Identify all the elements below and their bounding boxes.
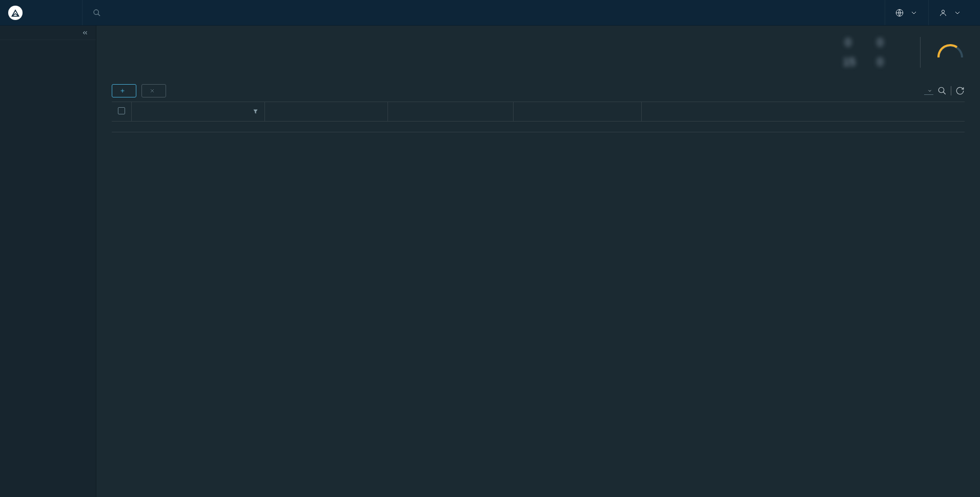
filter-icon[interactable] <box>253 109 258 114</box>
delete-button[interactable] <box>141 84 166 97</box>
table-pagination-summary <box>112 122 965 132</box>
chevron-down-icon <box>927 88 932 93</box>
stats-repos-public-count: 15 <box>843 55 855 69</box>
svg-marker-10 <box>254 110 257 113</box>
stats-divider <box>920 37 921 68</box>
select-all-checkbox[interactable] <box>118 107 125 114</box>
logo-area <box>8 0 83 25</box>
chevron-down-icon <box>953 9 962 17</box>
x-icon <box>149 88 155 94</box>
search-area <box>83 6 885 20</box>
project-filter-select[interactable] <box>924 87 933 95</box>
toolbar-divider <box>951 86 951 95</box>
storage-widget <box>936 43 965 62</box>
stats-repos-total-count: 0 <box>875 55 885 69</box>
refresh-icon[interactable] <box>955 86 965 95</box>
svg-point-3 <box>942 10 944 12</box>
sidebar-collapse-toggle[interactable] <box>0 26 96 40</box>
harbor-logo-icon <box>8 6 23 20</box>
svg-line-9 <box>943 92 946 94</box>
svg-point-0 <box>94 10 98 14</box>
stats-projects-public-count: 0 <box>843 36 853 49</box>
search-icon <box>93 9 101 17</box>
language-selector[interactable] <box>885 0 928 25</box>
global-search-input[interactable] <box>101 6 255 20</box>
new-project-button[interactable] <box>112 84 136 97</box>
plus-icon <box>119 88 126 94</box>
globe-icon <box>895 9 904 17</box>
user-icon <box>939 9 947 17</box>
search-filter-icon[interactable] <box>937 86 947 95</box>
svg-point-8 <box>938 87 944 93</box>
svg-line-1 <box>98 14 100 16</box>
double-chevron-left-icon <box>81 29 89 36</box>
stats-projects-total-count: 0 <box>875 36 885 49</box>
chevron-down-icon <box>910 9 918 17</box>
user-menu[interactable] <box>928 0 972 25</box>
